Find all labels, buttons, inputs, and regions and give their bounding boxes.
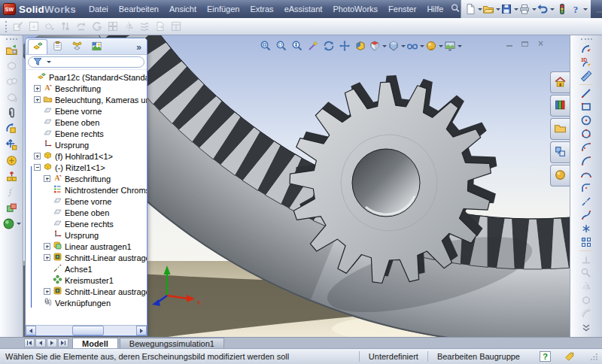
zoom-in-out-button[interactable] <box>290 38 305 53</box>
dropdown-caret[interactable] <box>458 45 462 47</box>
toolbar-grip[interactable] <box>5 21 7 32</box>
tree-item[interactable]: (f) Hohlrad1<1> <box>26 150 147 162</box>
tree-item[interactable]: Schnitt-Linear austragen1 <box>26 252 147 263</box>
menu-photoworks[interactable]: PhotoWorks <box>327 1 383 17</box>
tree-item[interactable]: ABeschriftung <box>26 83 147 94</box>
tree-item[interactable]: Verknüpfungen <box>26 297 147 308</box>
doc-minimize-button[interactable] <box>504 39 514 48</box>
tree-item[interactable]: Ebene vorne <box>26 196 147 207</box>
scroll-right-button[interactable] <box>136 326 147 335</box>
display-style-button[interactable] <box>388 38 406 53</box>
doc-restore-button[interactable] <box>520 39 530 48</box>
tangent-arc-button[interactable] <box>579 154 594 168</box>
menu-datei[interactable]: Datei <box>84 1 114 17</box>
dropdown-caret[interactable] <box>382 45 387 47</box>
dropdown-caret[interactable] <box>420 45 424 47</box>
dropdown-caret[interactable] <box>583 8 588 11</box>
menu-eassistant[interactable]: eAssistant <box>279 1 328 17</box>
section-view-button[interactable] <box>353 38 368 53</box>
tree-item[interactable]: ABeschriftung <box>26 173 147 184</box>
configurationmanager-tab[interactable] <box>67 39 87 54</box>
assembly-features-button[interactable] <box>2 216 21 232</box>
expand-icon[interactable] <box>34 96 41 103</box>
sketch-fillet-button[interactable] <box>579 181 594 195</box>
menu-ansicht[interactable]: Ansicht <box>164 1 202 17</box>
insert-component-button[interactable] <box>4 42 19 58</box>
expand-icon[interactable] <box>44 175 50 182</box>
move-component-button[interactable] <box>4 137 19 153</box>
hide-show-items-button[interactable] <box>406 38 424 53</box>
featuremanager-tab[interactable] <box>28 39 47 54</box>
tree-item[interactable]: Ursprung <box>26 139 147 150</box>
menu-einfügen[interactable]: Einfügen <box>202 1 245 17</box>
point-button[interactable] <box>579 222 594 235</box>
help-badge-icon[interactable]: ? <box>540 351 551 362</box>
doc-tab-bewegungssimulation1[interactable]: Bewegungssimulation1 <box>120 338 224 348</box>
undo-button[interactable] <box>537 2 555 17</box>
tree-item[interactable]: Ebene rechts <box>26 128 147 139</box>
linear-sketch-pattern-button[interactable] <box>579 235 594 249</box>
3-point-arc-button[interactable] <box>579 168 594 181</box>
previous-view-button[interactable] <box>306 38 321 53</box>
rotate-view-button[interactable] <box>321 38 336 53</box>
prev-sheet-button[interactable] <box>35 338 46 347</box>
pan-button[interactable] <box>337 38 352 53</box>
centerpoint-arc-button[interactable] <box>579 141 594 154</box>
tree-item[interactable]: Ursprung <box>26 229 147 241</box>
line-button[interactable] <box>579 86 594 100</box>
apply-scene-button[interactable] <box>444 38 462 53</box>
file-explorer-tab[interactable] <box>550 118 570 140</box>
expand-icon[interactable] <box>44 254 50 261</box>
filter-input[interactable] <box>28 56 144 68</box>
solidworks-resources-tab[interactable] <box>550 71 570 93</box>
help-button[interactable]: ? <box>570 2 588 17</box>
edit-appearance-button[interactable] <box>425 38 443 53</box>
menu-fenster[interactable]: Fenster <box>383 1 421 17</box>
tree-item[interactable]: Schnitt-Linear austragen2 <box>26 286 147 297</box>
tree-item[interactable]: Ebene rechts <box>26 218 147 229</box>
tree-item[interactable]: (-) Ritzel1<1> <box>26 162 147 173</box>
smart-dimension-button[interactable] <box>579 69 594 83</box>
3d-sketch-button[interactable]: 3D <box>579 56 594 69</box>
resize-grip[interactable] <box>588 351 599 362</box>
doc-close-button[interactable]: × <box>536 39 546 48</box>
tree-item[interactable]: Beleuchtung, Kameras und Büh <box>26 94 147 105</box>
tag-icon[interactable] <box>564 351 575 362</box>
tree-item[interactable]: Kreismuster1 <box>26 275 147 286</box>
doc-tab-modell[interactable]: Modell <box>72 338 118 348</box>
zoom-to-fit-button[interactable] <box>258 38 273 53</box>
menu-extras[interactable]: Extras <box>245 1 278 17</box>
search-button[interactable] <box>450 2 461 17</box>
spline-button[interactable] <box>579 208 594 222</box>
last-sheet-button[interactable] <box>58 338 68 347</box>
first-sheet-button[interactable] <box>24 338 35 347</box>
mate-button[interactable] <box>4 105 19 121</box>
displaymanager-tab[interactable] <box>87 39 106 54</box>
save-button[interactable] <box>500 2 518 17</box>
propertymanager-tab[interactable] <box>47 39 67 54</box>
interference-detection-button[interactable] <box>4 200 19 216</box>
perimeter-circle-button[interactable] <box>579 127 594 141</box>
sketch-button[interactable] <box>579 42 594 56</box>
tree-horizontal-scrollbar[interactable] <box>26 325 147 335</box>
tabs-overflow-chevron[interactable]: » <box>133 42 144 54</box>
smart-fasteners-button[interactable] <box>4 153 19 168</box>
expand-icon[interactable] <box>44 288 50 295</box>
dropdown-caret[interactable] <box>439 45 443 47</box>
design-library-tab[interactable] <box>550 95 570 117</box>
tree-item[interactable]: Achse1 <box>26 263 147 275</box>
tree-item[interactable]: Ebene oben <box>26 117 147 128</box>
view-orientation-button[interactable] <box>369 38 387 53</box>
appearances-scenes-tab[interactable] <box>550 165 570 187</box>
corner-rectangle-button[interactable] <box>579 100 594 114</box>
expand-icon[interactable] <box>34 85 41 92</box>
dropdown-caret[interactable] <box>17 223 21 225</box>
collapse-icon[interactable] <box>34 164 41 171</box>
menu-bearbeiten[interactable]: Bearbeiten <box>114 1 164 17</box>
open-folder-button[interactable] <box>482 2 500 17</box>
filter-dropdown-caret[interactable] <box>47 61 51 63</box>
expand-icon[interactable] <box>34 153 41 159</box>
next-sheet-button[interactable] <box>47 338 57 347</box>
tree-item[interactable]: Ebene vorne <box>26 105 147 117</box>
minimize-button[interactable] <box>594 4 602 14</box>
